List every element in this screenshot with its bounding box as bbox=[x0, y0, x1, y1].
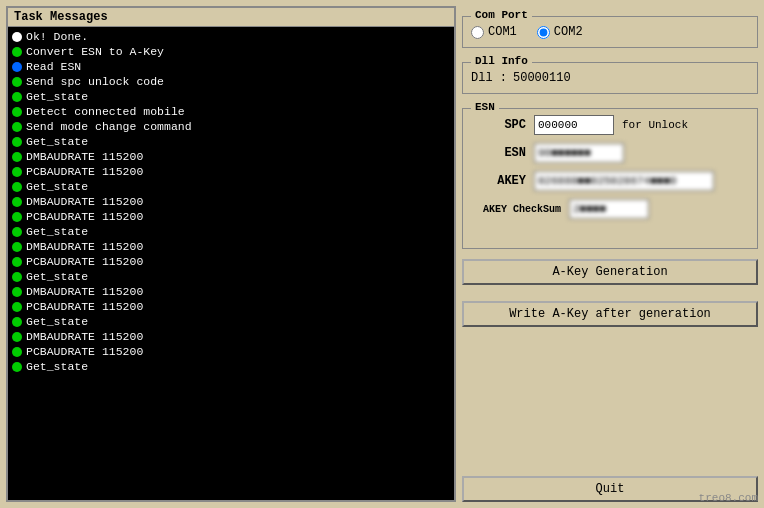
task-dot bbox=[12, 92, 22, 102]
akey-checksum-label: AKEY CheckSum bbox=[471, 204, 561, 215]
task-item: DMBAUDRATE 115200 bbox=[8, 239, 454, 254]
write-akey-row: Write A-Key after generation bbox=[462, 301, 758, 333]
task-messages-title: Task Messages bbox=[8, 8, 454, 27]
task-text: Read ESN bbox=[26, 60, 81, 73]
task-dot bbox=[12, 197, 22, 207]
watermark: treo8.com bbox=[699, 492, 758, 504]
task-text: Ok! Done. bbox=[26, 30, 88, 43]
right-panel: Com Port COM1 COM2 Dll Info Dll : 500001… bbox=[462, 6, 758, 502]
com2-label: COM2 bbox=[554, 25, 583, 39]
spc-label: SPC bbox=[471, 118, 526, 132]
task-text: Get_state bbox=[26, 360, 88, 373]
akey-row: AKEY bbox=[471, 169, 749, 191]
task-text: DMBAUDRATE 115200 bbox=[26, 150, 143, 163]
task-text: PCBAUDRATE 115200 bbox=[26, 300, 143, 313]
task-dot bbox=[12, 242, 22, 252]
akey-input[interactable] bbox=[534, 171, 714, 191]
spacer bbox=[462, 339, 758, 466]
com2-radio[interactable] bbox=[537, 26, 550, 39]
task-dot bbox=[12, 287, 22, 297]
task-dot bbox=[12, 182, 22, 192]
task-dot bbox=[12, 317, 22, 327]
task-text: Get_state bbox=[26, 90, 88, 103]
for-unlock-text: for Unlock bbox=[622, 119, 688, 131]
write-akey-button[interactable]: Write A-Key after generation bbox=[462, 301, 758, 327]
task-text: Get_state bbox=[26, 270, 88, 283]
task-list[interactable]: Ok! Done.Convert ESN to A-KeyRead ESNSen… bbox=[8, 27, 454, 500]
task-text: PCBAUDRATE 115200 bbox=[26, 255, 143, 268]
task-dot bbox=[12, 122, 22, 132]
task-dot bbox=[12, 167, 22, 177]
task-dot bbox=[12, 302, 22, 312]
task-dot bbox=[12, 152, 22, 162]
task-item: PCBAUDRATE 115200 bbox=[8, 164, 454, 179]
task-text: Get_state bbox=[26, 315, 88, 328]
com-port-row: COM1 COM2 bbox=[471, 21, 749, 39]
task-item: Send mode change command bbox=[8, 119, 454, 134]
left-panel: Task Messages Ok! Done.Convert ESN to A-… bbox=[6, 6, 456, 502]
task-item: Get_state bbox=[8, 89, 454, 104]
task-item: DMBAUDRATE 115200 bbox=[8, 194, 454, 209]
com1-label: COM1 bbox=[488, 25, 517, 39]
task-item: Convert ESN to A-Key bbox=[8, 44, 454, 59]
dll-value: 50000110 bbox=[513, 71, 571, 85]
task-item: PCBAUDRATE 115200 bbox=[8, 254, 454, 269]
task-dot bbox=[12, 212, 22, 222]
task-item: Read ESN bbox=[8, 59, 454, 74]
spc-row: SPC for Unlock bbox=[471, 113, 749, 135]
task-item: PCBAUDRATE 115200 bbox=[8, 344, 454, 359]
task-text: Get_state bbox=[26, 225, 88, 238]
task-text: DMBAUDRATE 115200 bbox=[26, 195, 143, 208]
task-text: DMBAUDRATE 115200 bbox=[26, 285, 143, 298]
task-dot bbox=[12, 137, 22, 147]
task-item: Get_state bbox=[8, 224, 454, 239]
task-text: DMBAUDRATE 115200 bbox=[26, 330, 143, 343]
task-text: Convert ESN to A-Key bbox=[26, 45, 164, 58]
task-item: Detect connected mobile bbox=[8, 104, 454, 119]
spc-input[interactable] bbox=[534, 115, 614, 135]
task-item: PCBAUDRATE 115200 bbox=[8, 209, 454, 224]
task-item: Ok! Done. bbox=[8, 29, 454, 44]
task-text: PCBAUDRATE 115200 bbox=[26, 345, 143, 358]
task-text: Detect connected mobile bbox=[26, 105, 185, 118]
task-text: Send spc unlock code bbox=[26, 75, 164, 88]
task-item: Get_state bbox=[8, 134, 454, 149]
task-item: Get_state bbox=[8, 269, 454, 284]
akey-gen-button[interactable]: A-Key Generation bbox=[462, 259, 758, 285]
task-item: Get_state bbox=[8, 314, 454, 329]
task-list-container: Ok! Done.Convert ESN to A-KeyRead ESNSen… bbox=[8, 27, 454, 500]
task-dot bbox=[12, 107, 22, 117]
task-item: DMBAUDRATE 115200 bbox=[8, 284, 454, 299]
task-item: PCBAUDRATE 115200 bbox=[8, 299, 454, 314]
task-dot bbox=[12, 62, 22, 72]
akey-label: AKEY bbox=[471, 174, 526, 188]
task-dot bbox=[12, 332, 22, 342]
task-dot bbox=[12, 77, 22, 87]
esn-label: ESN bbox=[471, 146, 526, 160]
dll-label: Dll : bbox=[471, 71, 507, 85]
com1-radio[interactable] bbox=[471, 26, 484, 39]
task-item: Get_state bbox=[8, 179, 454, 194]
task-dot bbox=[12, 227, 22, 237]
task-item: Get_state bbox=[8, 359, 454, 374]
task-dot bbox=[12, 32, 22, 42]
com2-option[interactable]: COM2 bbox=[537, 25, 583, 39]
dll-row: Dll : 50000110 bbox=[471, 67, 749, 85]
esn-input[interactable] bbox=[534, 143, 624, 163]
esn-title: ESN bbox=[471, 101, 499, 113]
task-item: DMBAUDRATE 115200 bbox=[8, 329, 454, 344]
task-dot bbox=[12, 47, 22, 57]
esn-row: ESN bbox=[471, 141, 749, 163]
dll-info-group: Dll Info Dll : 50000110 bbox=[462, 62, 758, 94]
com1-option[interactable]: COM1 bbox=[471, 25, 517, 39]
task-text: PCBAUDRATE 115200 bbox=[26, 165, 143, 178]
dll-info-title: Dll Info bbox=[471, 55, 532, 67]
task-dot bbox=[12, 347, 22, 357]
task-dot bbox=[12, 272, 22, 282]
akey-checksum-row: AKEY CheckSum bbox=[471, 197, 749, 219]
akey-checksum-input[interactable] bbox=[569, 199, 649, 219]
task-item: Send spc unlock code bbox=[8, 74, 454, 89]
task-dot bbox=[12, 362, 22, 372]
task-text: Send mode change command bbox=[26, 120, 192, 133]
esn-group: ESN SPC for Unlock ESN AKEY AKEY CheckSu… bbox=[462, 108, 758, 249]
